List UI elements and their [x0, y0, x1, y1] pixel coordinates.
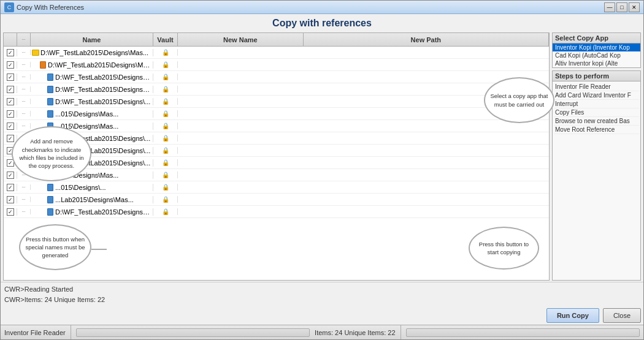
- lock-icon: 🔒: [162, 123, 169, 129]
- table-row[interactable]: ✓···D:\WF_TestLab2015\Designs\Mas...🔒: [4, 47, 549, 59]
- table-row[interactable]: ✓···...015\Designs\Mas...🔒: [4, 120, 549, 132]
- table-row[interactable]: ✓···D:\WF_TestLab2015\Designs\Prod...🔒: [4, 71, 549, 83]
- row-checkbox[interactable]: ✓: [4, 61, 17, 69]
- close-button-main[interactable]: Close: [603, 308, 641, 323]
- main-content: ··· Name Vault New Name New Path ✓···D:\…: [1, 31, 643, 282]
- row-name: D:\WF_TestLab2015\Designs\...: [31, 98, 153, 105]
- checkbox-indicator: ✓: [7, 184, 14, 191]
- window-controls: — □ ✕: [604, 2, 640, 12]
- row-options-button[interactable]: ···: [17, 50, 31, 55]
- steps-list: Inventor File ReaderAdd Card Wizard Inve…: [553, 81, 640, 135]
- row-vault: 🔒: [153, 184, 178, 191]
- th-newname: New Name: [178, 33, 304, 46]
- row-checkbox[interactable]: ✓: [4, 74, 17, 81]
- lock-icon: 🔒: [162, 184, 169, 191]
- status-progress-bar: [76, 328, 310, 337]
- table-row[interactable]: ✓···D:\WF_TestLab2015\Designs\Maskine...…: [4, 59, 549, 71]
- row-vault: 🔒: [153, 196, 178, 203]
- row-checkbox[interactable]: ✓: [4, 196, 17, 203]
- table-row[interactable]: ✓···...015\Designs\Mas...🔒: [4, 108, 549, 120]
- page-title: Copy with references: [1, 14, 643, 31]
- row-options-button[interactable]: ···: [17, 99, 31, 104]
- table-row[interactable]: ✓···D:\WF_TestLab2015\Designs\Mas...🔒: [4, 83, 549, 96]
- row-checkbox[interactable]: ✓: [4, 208, 17, 216]
- lock-icon: 🔒: [162, 135, 169, 142]
- copy-app-option[interactable]: Inventor Kopi (Inventor Kop: [553, 43, 640, 51]
- checkbox-indicator: ✓: [7, 123, 14, 130]
- checkbox-indicator: ✓: [7, 86, 14, 93]
- callout-special-names-arrow: [91, 249, 107, 250]
- row-checkbox[interactable]: ✓: [4, 184, 17, 191]
- row-options-button[interactable]: ···: [17, 86, 31, 92]
- row-checkbox[interactable]: ✓: [4, 98, 17, 105]
- step-item: Move Root Reference: [554, 126, 639, 134]
- row-vault: 🔒: [153, 74, 178, 80]
- row-vault: 🔒: [153, 98, 178, 105]
- run-copy-button[interactable]: Run Copy: [546, 308, 599, 323]
- table-row[interactable]: ✓···D:\WF_TestLab2015\Designs\Mas...🔒: [4, 206, 549, 218]
- log-area: CWR>Reading Started CWR>Items: 24 Unique…: [1, 282, 643, 306]
- file-icon: [47, 110, 53, 118]
- row-name: D:\WF_TestLab2015\Designs\Mas...: [31, 49, 153, 56]
- row-options-button[interactable]: ···: [17, 74, 31, 80]
- checkbox-indicator: ✓: [7, 61, 14, 69]
- table-row[interactable]: ✓···D:\WF_TestLab2015\Designs\...🔒: [4, 96, 549, 108]
- checkbox-indicator: ✓: [7, 208, 14, 216]
- callout-checkmarks: Add and remove checkmarks to indicate wh…: [12, 126, 91, 181]
- steps-label: Steps to perform: [553, 71, 640, 81]
- row-options-button[interactable]: ···: [17, 62, 31, 67]
- row-checkbox[interactable]: ✓: [4, 49, 17, 56]
- lock-icon: 🔒: [162, 98, 169, 105]
- row-name: ...015\Designs\Mas...: [31, 110, 153, 118]
- steps-section: Steps to perform Inventor File ReaderAdd…: [552, 70, 641, 281]
- callout-special-names: Press this button when special names mus…: [19, 224, 91, 270]
- row-vault: 🔒: [153, 123, 178, 129]
- file-icon: [47, 86, 53, 93]
- th-newpath: New Path: [304, 33, 549, 46]
- close-button[interactable]: ✕: [629, 2, 640, 12]
- status-items: Items: 24 Unique Items: 22: [315, 325, 401, 339]
- table-row[interactable]: ✓···...015\Designs\...🔒: [4, 181, 549, 194]
- copy-app-option[interactable]: Altiv Inventor kopi (Alte: [553, 59, 640, 67]
- row-name: ...015\Designs\...: [31, 184, 153, 191]
- row-checkbox[interactable]: ✓: [4, 135, 17, 142]
- select-copy-section: Select Copy App Inventor Kopi (Inventor …: [552, 32, 641, 68]
- row-options-button[interactable]: ···: [17, 197, 31, 202]
- row-vault: 🔒: [153, 172, 178, 178]
- minimize-button[interactable]: —: [604, 2, 615, 12]
- row-vault: 🔒: [153, 86, 178, 93]
- copy-app-option[interactable]: Cad Kopi (AutoCad Kop: [553, 51, 640, 59]
- table-row[interactable]: ✓···...015\Designs\Mas...🔒: [4, 169, 549, 181]
- th-check: [4, 33, 17, 46]
- log-line1: CWR>Reading Started: [4, 284, 640, 295]
- row-checkbox[interactable]: ✓: [4, 172, 17, 179]
- row-name: D:\WF_TestLab2015\Designs\Mas...: [31, 86, 153, 93]
- folder-icon: [32, 50, 39, 56]
- row-vault: 🔒: [153, 110, 178, 117]
- lock-icon: 🔒: [162, 159, 169, 166]
- status-reader: Inventor File Reader: [4, 325, 71, 339]
- maximize-button[interactable]: □: [616, 2, 627, 12]
- checkbox-indicator: ✓: [7, 49, 14, 56]
- step-item: Inventor File Reader: [554, 83, 639, 91]
- row-checkbox[interactable]: ✓: [4, 123, 17, 130]
- row-options-button[interactable]: ···: [17, 184, 31, 190]
- step-item: Add Card Wizard Inventor F: [554, 91, 639, 100]
- file-iam-icon: [40, 61, 46, 69]
- row-checkbox[interactable]: ✓: [4, 110, 17, 118]
- copy-app-list[interactable]: Inventor Kopi (Inventor KopCad Kopi (Aut…: [553, 43, 640, 67]
- step-item: Interrupt: [554, 100, 639, 108]
- row-options-button[interactable]: ···: [17, 209, 31, 214]
- row-options-button[interactable]: ···: [17, 111, 31, 116]
- row-name: D:\WF_TestLab2015\Designs\Prod...: [31, 74, 153, 81]
- th-dots: ···: [17, 33, 31, 46]
- table-header: ··· Name Vault New Name New Path: [4, 33, 549, 47]
- table-row[interactable]: ✓···...Lab2015\Designs\Mas...🔒: [4, 194, 549, 206]
- file-icon: [47, 74, 53, 81]
- lock-icon: 🔒: [162, 110, 169, 117]
- status-bar: Inventor File Reader Items: 24 Unique It…: [1, 325, 643, 339]
- row-options-button[interactable]: ···: [17, 123, 31, 129]
- lock-icon: 🔒: [162, 196, 169, 203]
- row-checkbox[interactable]: ✓: [4, 86, 17, 93]
- title-bar: C Copy With References — □ ✕: [1, 1, 643, 14]
